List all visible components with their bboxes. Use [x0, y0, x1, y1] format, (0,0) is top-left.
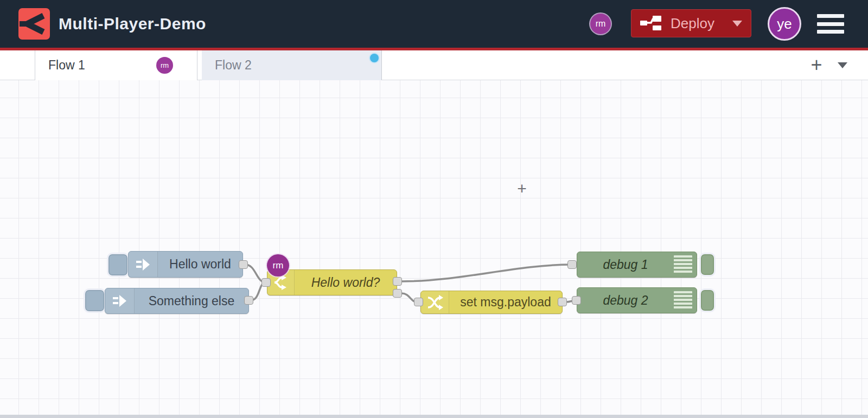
port-output-2[interactable]	[393, 289, 402, 298]
flow-canvas[interactable]: Hello world Something else rm	[0, 80, 868, 415]
port-output[interactable]	[244, 296, 253, 305]
deploy-button[interactable]: Deploy	[631, 9, 751, 37]
debug-toggle-button[interactable]	[699, 253, 716, 276]
tab-list-caret-icon[interactable]	[838, 62, 847, 68]
node-inject-hello-world[interactable]: Hello world	[128, 251, 243, 278]
node-debug-1[interactable]: debug 1	[577, 252, 697, 278]
flow-tabbar: Flow 1 rm Flow 2 +	[0, 50, 868, 80]
node-label: Hello world?	[295, 270, 397, 295]
deploy-icon	[640, 14, 662, 33]
node-switch-hello-world[interactable]: Hello world?	[267, 269, 397, 295]
node-collaborator-badge: rm	[267, 254, 289, 276]
debug-icon	[674, 291, 692, 310]
debug-toggle-button[interactable]	[699, 288, 716, 312]
wire-layer	[0, 80, 868, 415]
port-output[interactable]	[558, 298, 567, 306]
page-title: Multi-Player-Demo	[59, 0, 206, 48]
node-label: debug 2	[577, 288, 674, 313]
wire[interactable]	[401, 265, 572, 281]
tab-flow-2-label: Flow 2	[215, 58, 252, 73]
deploy-dropdown-caret-icon[interactable]	[732, 21, 742, 27]
inject-icon	[112, 294, 128, 308]
node-label: Hello world	[158, 252, 242, 277]
node-label: debug 1	[577, 252, 674, 277]
node-label: Something else	[135, 288, 248, 313]
port-output-1[interactable]	[393, 277, 402, 286]
switch-icon	[273, 274, 289, 291]
main-menu-icon[interactable]	[817, 14, 844, 34]
port-input[interactable]	[567, 260, 577, 269]
change-icon	[427, 295, 443, 310]
flow-editor: Multi-Player-Demo rm Deploy ye Flow 1 rm…	[0, 0, 868, 418]
port-input[interactable]	[414, 298, 423, 306]
inject-button[interactable]	[84, 288, 106, 313]
port-output[interactable]	[239, 260, 248, 269]
node-inject-something-else[interactable]: Something else	[105, 288, 249, 314]
port-input[interactable]	[261, 278, 271, 287]
header: Multi-Player-Demo rm Deploy ye	[0, 0, 868, 48]
node-debug-2[interactable]: debug 2	[577, 287, 697, 313]
node-label: set msg.payload	[449, 291, 562, 313]
collaborator-avatar-badge[interactable]: rm	[590, 14, 611, 34]
tab-flow-1[interactable]: Flow 1 rm	[35, 50, 197, 80]
tab-flow-2[interactable]: Flow 2	[202, 50, 382, 80]
port-input[interactable]	[572, 296, 581, 305]
bottom-scrollbar-track[interactable]	[0, 415, 868, 418]
inject-button[interactable]	[107, 253, 129, 277]
debug-icon	[674, 255, 692, 274]
inject-icon	[135, 258, 151, 272]
add-flow-button[interactable]: +	[805, 54, 828, 76]
crosshair-cursor: +	[515, 182, 528, 195]
tab-flow-1-avatar-badge[interactable]: rm	[156, 57, 173, 74]
app-logo-icon[interactable]	[18, 8, 50, 40]
node-change-set-msg-payload[interactable]: set msg.payload	[420, 291, 563, 314]
user-avatar[interactable]: ye	[768, 7, 801, 41]
deploy-button-label: Deploy	[671, 15, 714, 32]
tab-flow-2-activity-dot	[370, 54, 379, 62]
tab-flow-1-label: Flow 1	[48, 58, 85, 73]
